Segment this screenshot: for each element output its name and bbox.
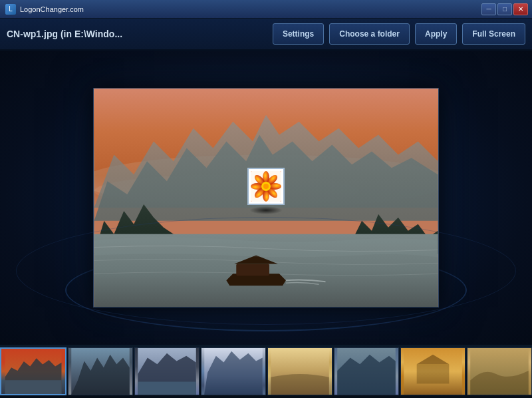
thumbnail-5[interactable] bbox=[267, 347, 332, 395]
minimize-button[interactable]: ─ bbox=[481, 3, 496, 15]
fullscreen-button[interactable]: Full Screen bbox=[462, 23, 525, 45]
window-controls: ─ □ ✕ bbox=[481, 3, 528, 15]
svg-point-15 bbox=[263, 184, 269, 189]
svg-rect-4 bbox=[236, 264, 269, 276]
settings-button[interactable]: Settings bbox=[273, 23, 324, 45]
toolbar: CN-wp1.jpg (in E:\Windo... Settings Choo… bbox=[0, 19, 532, 51]
svg-rect-25 bbox=[417, 364, 450, 383]
thumbnail-8[interactable] bbox=[467, 347, 532, 395]
app-icon-text: L bbox=[9, 5, 13, 13]
flower-image bbox=[251, 171, 281, 202]
title-bar-text: LogonChanger.com bbox=[20, 5, 84, 13]
thumbnail-1[interactable] bbox=[0, 347, 66, 395]
login-icon-overlay bbox=[247, 168, 285, 214]
thumbnail-4[interactable] bbox=[201, 347, 266, 395]
close-button[interactable]: ✕ bbox=[513, 3, 528, 15]
thumbnail-3[interactable] bbox=[134, 347, 200, 395]
maximize-button[interactable]: □ bbox=[497, 3, 512, 15]
svg-rect-17 bbox=[5, 380, 62, 394]
thumbnail-6[interactable] bbox=[334, 347, 399, 395]
main-preview-area bbox=[0, 51, 532, 345]
apply-button[interactable]: Apply bbox=[415, 23, 457, 45]
title-bar: L LogonChanger.com ─ □ ✕ bbox=[0, 0, 532, 19]
choose-folder-button[interactable]: Choose a folder bbox=[329, 23, 410, 45]
icon-shadow bbox=[249, 206, 283, 214]
title-bar-left: L LogonChanger.com bbox=[5, 4, 84, 15]
preview-container bbox=[93, 88, 439, 307]
thumbnail-2[interactable] bbox=[68, 347, 133, 395]
thumbnail-7[interactable] bbox=[400, 347, 466, 395]
thumbnail-strip bbox=[0, 345, 532, 398]
app-icon: L bbox=[5, 4, 16, 15]
flower-frame bbox=[247, 168, 285, 205]
file-label: CN-wp1.jpg (in E:\Windo... bbox=[7, 29, 267, 39]
svg-rect-20 bbox=[138, 382, 196, 395]
